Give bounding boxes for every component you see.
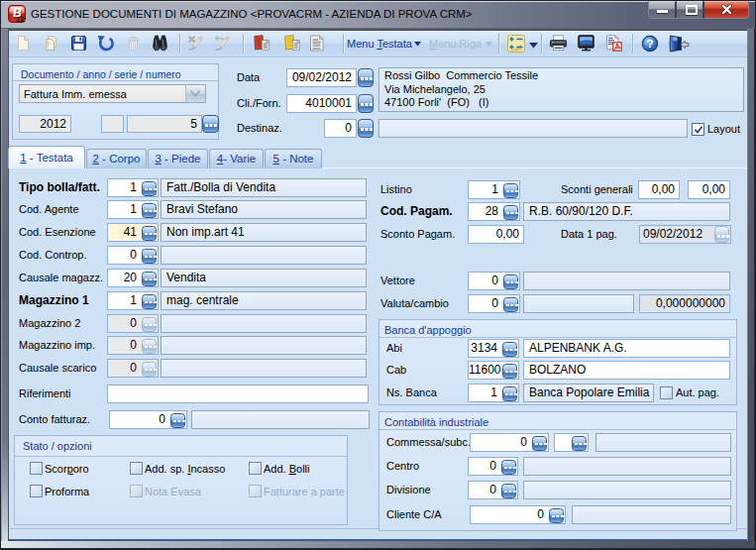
svg-text:?: ? [646,37,653,50]
